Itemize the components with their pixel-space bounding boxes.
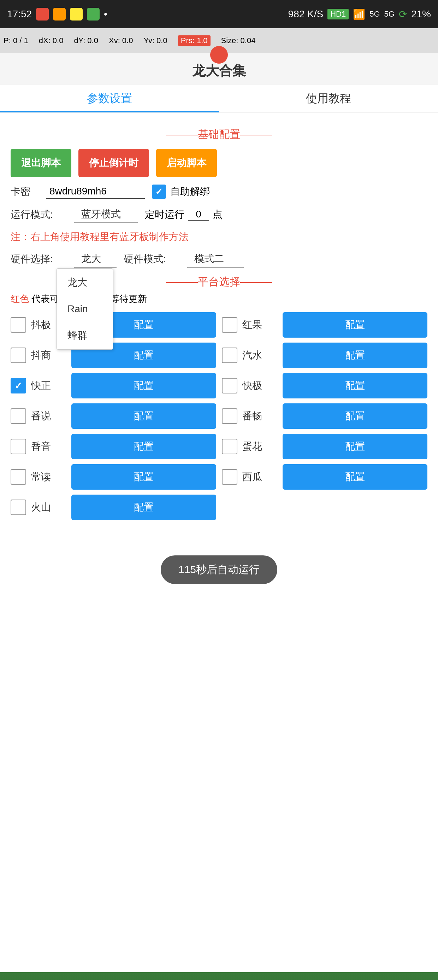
app-icon-3 [70,8,83,21]
stop-button[interactable]: 停止倒计时 [78,149,149,177]
status-time: 17:52 [7,8,32,20]
platform-checkbox-kuaiji[interactable] [222,378,237,393]
timer-input[interactable] [188,208,209,221]
platform-checkbox-doushang[interactable] [11,347,26,363]
platform-name-huoshan: 火山 [31,501,67,514]
platform-checkbox-fanchang[interactable] [222,408,237,424]
platform-checkbox-hongguo[interactable] [222,317,237,332]
dropdown-item-fengqun[interactable]: 蜂群 [57,322,113,349]
platform-checkbox-fanshuo[interactable] [11,408,26,424]
card-password-input[interactable] [46,184,145,199]
hardware-dropdown: 龙大 Rain 蜂群 [57,268,113,350]
checkmark-kuaizheng: ✓ [14,380,22,391]
config-btn-kuaiji[interactable]: 配置 [282,373,427,398]
hw-mode-value[interactable]: 模式二 [187,251,244,267]
config-btn-fanchang[interactable]: 配置 [282,403,427,429]
toast-container: 115秒后自动运行 [11,534,427,605]
hw-mode-label: 硬件模式: [124,253,180,266]
timer-unit: 点 [213,208,222,221]
auto-run-toast: 115秒后自动运行 [161,555,277,584]
signal1: 5G [370,10,380,19]
app-title: 龙大合集 [192,62,246,80]
wifi-icon: 📶 [353,8,365,20]
tab-bar: 参数设置 使用教程 [0,85,438,113]
platform-item-xigua: 西瓜 配置 [222,464,427,490]
platform-item-changdu: 常读 配置 [11,464,216,490]
config-btn-hongguo[interactable]: 配置 [282,312,427,337]
run-mode-row: 运行模式: 蓝牙模式 定时运行 点 [11,206,427,223]
hardware-row: 硬件选择: 龙大 硬件模式: 模式二 龙大 Rain 蜂群 [11,251,427,267]
title-dot [210,46,228,64]
platform-item-douji: 抖极 配置 [11,312,216,337]
platform-checkbox-danhua[interactable] [222,439,237,454]
config-btn-fanyin[interactable]: 配置 [71,434,216,459]
config-btn-kuaizheng[interactable]: 配置 [71,373,216,398]
debug-prs: Prs: 1.0 [178,35,211,46]
section-title-basic: ———基础配置——— [11,127,427,142]
start-button[interactable]: 启动脚本 [156,149,217,177]
status-bar: 17:52 • 982 K/S HD1 📶 5G 5G ⟳ 21% [0,0,438,28]
platform-checkbox-douji[interactable] [11,317,26,332]
exit-button[interactable]: 退出脚本 [11,149,71,177]
platform-item-fanchang: 番畅 配置 [222,403,427,429]
platform-checkbox-changdu[interactable] [11,469,26,485]
bluetooth-notice: 注：右上角使用教程里有蓝牙板制作方法 [11,230,427,243]
debug-page: P: 0 / 1 [3,36,28,45]
platform-name-xigua: 西瓜 [242,470,278,484]
battery: 21% [411,8,431,20]
platform-name-kuaiji: 快极 [242,379,278,393]
hw-select-value[interactable]: 龙大 [74,251,117,267]
config-btn-danhua[interactable]: 配置 [282,434,427,459]
run-mode-label: 运行模式: [11,208,67,221]
dropdown-item-rain[interactable]: Rain [57,296,113,322]
debug-dy: dY: 0.0 [74,36,98,45]
auto-unbind-wrap: ✓ 自助解绑 [152,185,210,199]
dropdown-item-longda[interactable]: 龙大 [57,269,113,296]
platform-name-changdu: 常读 [31,470,67,484]
config-btn-xigua[interactable]: 配置 [282,464,427,490]
network-speed: 982 K/S [288,8,324,20]
card-password-row: 卡密 ✓ 自助解绑 [11,184,427,199]
signal2: 5G [384,10,395,19]
card-password-label: 卡密 [11,185,39,198]
app-icon-1 [36,8,49,21]
platform-name-danhua: 蛋花 [242,440,278,453]
config-btn-fanshuo[interactable]: 配置 [71,403,216,429]
hd-badge: HD1 [327,9,349,19]
tab-settings[interactable]: 参数设置 [0,85,219,113]
tab-tutorial[interactable]: 使用教程 [219,85,438,113]
bottom-dock: 📞 💬 📷 [0,972,438,980]
content-area: ———基础配置——— 退出脚本 停止倒计时 启动脚本 卡密 ✓ 自助解绑 运行模… [0,113,438,633]
platform-item-hongguo: 红果 配置 [222,312,427,337]
charge-icon: ⟳ [399,8,407,20]
status-dot: • [104,8,107,20]
platform-name-doushang: 抖商 [31,348,67,362]
config-btn-changdu[interactable]: 配置 [71,464,216,490]
timer-label: 定时运行 [145,208,184,221]
platform-checkbox-huoshan[interactable] [11,500,26,515]
debug-xv: Xv: 0.0 [109,36,133,45]
available-text: 红色 [11,293,29,304]
platform-name-fanshuo: 番说 [31,409,67,423]
platform-row-3: 番说 配置 番畅 配置 [11,403,427,429]
platform-checkbox-xigua[interactable] [222,469,237,485]
platform-row-2: ✓ 快正 配置 快极 配置 [11,373,427,398]
hw-select-label: 硬件选择: [11,253,67,266]
platform-item-fanshuo: 番说 配置 [11,403,216,429]
config-btn-qishui[interactable]: 配置 [282,342,427,368]
platform-checkbox-fanyin[interactable] [11,439,26,454]
debug-yv: Yv: 0.0 [143,36,167,45]
platform-checkbox-qishui[interactable] [222,347,237,363]
auto-unbind-checkbox[interactable]: ✓ [152,185,166,199]
platform-item-doushang: 抖商 配置 [11,342,216,368]
platform-row-4: 番音 配置 蛋花 配置 [11,434,427,459]
platform-item-fanyin: 番音 配置 [11,434,216,459]
platform-row-6: 火山 配置 [11,495,427,520]
action-buttons: 退出脚本 停止倒计时 启动脚本 [11,149,427,177]
timer-section: 定时运行 点 [145,208,222,221]
run-mode-value[interactable]: 蓝牙模式 [74,206,138,223]
config-btn-huoshan[interactable]: 配置 [71,495,216,520]
platform-row-5: 常读 配置 西瓜 配置 [11,464,427,490]
platform-item-kuaizheng: ✓ 快正 配置 [11,373,216,398]
platform-checkbox-kuaizheng[interactable]: ✓ [11,378,26,393]
